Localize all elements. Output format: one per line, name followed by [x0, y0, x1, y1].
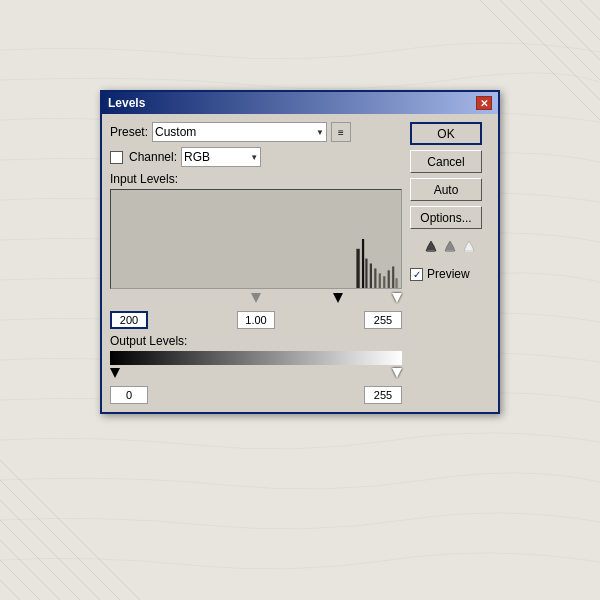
channel-dropdown-arrow: ▼: [250, 153, 258, 162]
svg-rect-26: [446, 250, 454, 252]
svg-rect-23: [392, 266, 394, 288]
svg-rect-20: [379, 273, 381, 288]
levels-dialog: Levels ✕ Preset: Custom ▼ ≡ Channel:: [100, 90, 500, 414]
output-black-handle[interactable]: [110, 368, 120, 378]
svg-rect-19: [374, 268, 376, 288]
title-bar: Levels ✕: [102, 92, 498, 114]
svg-rect-25: [427, 250, 435, 252]
preset-label: Preset:: [110, 125, 148, 139]
white-eyedropper[interactable]: [461, 238, 477, 258]
input-levels-label: Input Levels:: [110, 172, 402, 186]
svg-rect-21: [383, 276, 385, 288]
input-black-handle[interactable]: [333, 293, 343, 303]
preview-checkbox[interactable]: [410, 268, 423, 281]
output-white-handle[interactable]: [392, 368, 402, 378]
svg-rect-15: [356, 249, 359, 288]
preset-options-icon: ≡: [338, 127, 344, 138]
preview-label: Preview: [427, 267, 470, 281]
channel-row: Channel: RGB ▼: [110, 147, 402, 167]
input-gamma-value[interactable]: [237, 311, 275, 329]
output-levels-label: Output Levels:: [110, 334, 402, 348]
auto-button[interactable]: Auto: [410, 178, 482, 201]
output-black-value[interactable]: [110, 386, 148, 404]
channel-dropdown[interactable]: RGB ▼: [181, 147, 261, 167]
channel-value: RGB: [184, 150, 210, 164]
output-values-row: [110, 386, 402, 404]
input-values-row: [110, 311, 402, 329]
dialog-title: Levels: [108, 96, 145, 110]
input-white-handle[interactable]: [392, 293, 402, 303]
input-gamma-handle[interactable]: [251, 293, 261, 303]
output-track: [110, 351, 402, 365]
preset-dropdown-arrow: ▼: [316, 128, 324, 137]
input-slider-row: [110, 291, 402, 307]
preset-row: Preset: Custom ▼ ≡: [110, 122, 402, 142]
preset-value: Custom: [155, 125, 196, 139]
svg-rect-22: [388, 270, 390, 288]
black-eyedropper[interactable]: [423, 238, 439, 258]
right-panel: OK Cancel Auto Options...: [410, 122, 490, 404]
preset-dropdown[interactable]: Custom ▼: [152, 122, 327, 142]
eyedropper-row: [410, 238, 490, 258]
input-white-value[interactable]: [364, 311, 402, 329]
input-black-value[interactable]: [110, 311, 148, 329]
svg-rect-17: [365, 259, 367, 288]
svg-rect-18: [370, 264, 372, 289]
options-button[interactable]: Options...: [410, 206, 482, 229]
svg-rect-27: [465, 250, 473, 252]
cancel-button[interactable]: Cancel: [410, 150, 482, 173]
close-button[interactable]: ✕: [476, 96, 492, 110]
ok-button[interactable]: OK: [410, 122, 482, 145]
output-section: Output Levels:: [110, 334, 402, 404]
gray-eyedropper[interactable]: [442, 238, 458, 258]
svg-rect-24: [395, 278, 397, 288]
preview-row: Preview: [410, 267, 490, 281]
histogram: [110, 189, 402, 289]
svg-rect-16: [362, 239, 364, 288]
channel-checkbox[interactable]: [110, 151, 123, 164]
channel-label: Channel:: [129, 150, 177, 164]
output-slider-row: [110, 366, 402, 382]
preset-options-button[interactable]: ≡: [331, 122, 351, 142]
left-panel: Preset: Custom ▼ ≡ Channel: RGB ▼ In: [110, 122, 402, 404]
output-white-value[interactable]: [364, 386, 402, 404]
